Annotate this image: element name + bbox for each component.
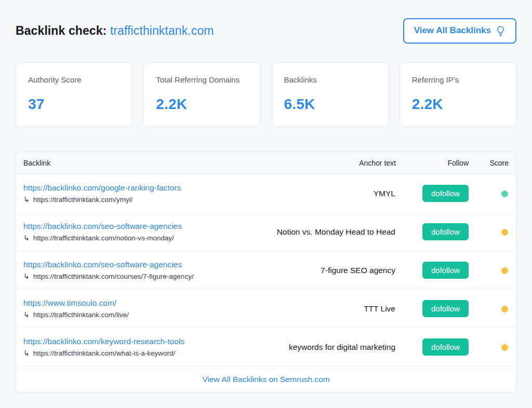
page-title: Backlink check: trafficthinktank.com <box>16 24 214 38</box>
table-footer: View All Backlinks on Semrush.com <box>16 366 516 392</box>
anchor-text-cell: TTT Live <box>240 304 396 314</box>
page-title-domain[interactable]: trafficthinktank.com <box>110 24 214 37</box>
score-dot <box>501 306 508 312</box>
score-dot <box>501 229 508 236</box>
score-cell <box>469 227 509 237</box>
stat-card: Total Referring Domains 2.2K <box>143 62 260 127</box>
column-header-score: Score <box>469 159 509 167</box>
target-url-line: ↳ https://trafficthinktank.com/notion-vs… <box>23 234 240 242</box>
dofollow-badge: dofollow <box>422 300 469 317</box>
backlink-cell: https://backlinko.com/keyword-research-t… <box>23 337 240 357</box>
target-url-text: https://trafficthinktank.com/notion-vs-m… <box>33 234 174 242</box>
source-url-link[interactable]: https://backlinko.com/seo-software-agenc… <box>23 222 240 231</box>
stat-value: 2.2K <box>412 96 504 113</box>
source-url-link[interactable]: https://backlinko.com/google-ranking-fac… <box>23 183 240 193</box>
stat-card: Authority Score 37 <box>16 62 132 127</box>
column-header-backlink: Backlink <box>23 159 240 167</box>
target-url-line: ↳ https://trafficthinktank.com/live/ <box>23 310 240 319</box>
stat-value: 2.2K <box>156 96 248 113</box>
stat-card: Referring IP's 2.2K <box>400 62 516 127</box>
target-url-line: ↳ https://trafficthinktank.com/what-is-a… <box>23 349 240 357</box>
redirect-arrow-icon: ↳ <box>23 272 30 280</box>
score-cell <box>469 343 509 352</box>
score-cell <box>469 266 509 275</box>
follow-cell: dofollow <box>396 185 469 202</box>
lightbulb-icon <box>496 25 506 36</box>
target-url-line: ↳ https://trafficthinktank.com/courses/7… <box>23 272 240 280</box>
dofollow-badge: dofollow <box>422 338 469 356</box>
stat-card: Backlinks 6.5K <box>272 62 389 127</box>
table-row: https://www.timsoulo.com/ ↳ https://traf… <box>16 290 516 328</box>
table-row: https://backlinko.com/google-ranking-fac… <box>16 174 516 213</box>
column-header-follow: Follow <box>396 159 469 167</box>
follow-cell: dofollow <box>396 300 469 317</box>
view-all-backlinks-button-label: View All Backlinks <box>414 25 491 36</box>
header: Backlink check: trafficthinktank.com Vie… <box>16 17 516 44</box>
backlinks-table: Backlink Anchor text Follow Score https:… <box>16 152 516 393</box>
source-url-link[interactable]: https://backlinko.com/keyword-research-t… <box>23 337 240 346</box>
anchor-text-cell: keywords for digital marketing <box>240 343 396 352</box>
target-url-text: https://trafficthinktank.com/what-is-a-k… <box>33 349 176 357</box>
stat-value: 6.5K <box>284 96 376 113</box>
redirect-arrow-icon: ↳ <box>23 349 30 357</box>
table-row: https://backlinko.com/keyword-research-t… <box>16 328 516 366</box>
dofollow-badge: dofollow <box>422 185 469 202</box>
score-dot <box>501 267 508 274</box>
dofollow-badge: dofollow <box>422 262 469 279</box>
view-all-backlinks-semrush-link[interactable]: View All Backlinks on Semrush.com <box>202 375 329 384</box>
stats-row: Authority Score 37 Total Referring Domai… <box>16 62 516 127</box>
table-header-row: Backlink Anchor text Follow Score <box>16 152 516 174</box>
backlink-cell: https://backlinko.com/google-ranking-fac… <box>23 183 240 203</box>
follow-cell: dofollow <box>396 262 469 279</box>
score-dot <box>501 191 508 197</box>
redirect-arrow-icon: ↳ <box>23 234 30 242</box>
score-cell <box>469 304 509 314</box>
view-all-backlinks-button[interactable]: View All Backlinks <box>403 18 516 44</box>
anchor-text-cell: Notion vs. Monday Head to Head <box>240 227 396 237</box>
anchor-text-cell: YMYL <box>240 189 396 198</box>
target-url-line: ↳ https://trafficthinktank.com/ymyl/ <box>23 195 240 203</box>
table-body: https://backlinko.com/google-ranking-fac… <box>16 174 516 366</box>
stat-label: Backlinks <box>284 75 376 96</box>
follow-cell: dofollow <box>396 223 469 240</box>
target-url-text: https://trafficthinktank.com/courses/7-f… <box>33 273 194 280</box>
stat-label: Authority Score <box>28 75 120 96</box>
target-url-text: https://trafficthinktank.com/live/ <box>33 311 129 319</box>
follow-cell: dofollow <box>396 338 469 356</box>
stat-value: 37 <box>28 96 120 113</box>
column-header-anchor-text: Anchor text <box>240 159 396 167</box>
target-url-text: https://trafficthinktank.com/ymyl/ <box>33 196 133 203</box>
source-url-link[interactable]: https://backlinko.com/seo-software-agenc… <box>23 260 240 269</box>
score-cell <box>469 189 509 198</box>
redirect-arrow-icon: ↳ <box>23 310 30 319</box>
page-title-label: Backlink check: <box>16 24 107 37</box>
redirect-arrow-icon: ↳ <box>23 195 30 203</box>
backlink-check-widget: Backlink check: trafficthinktank.com Vie… <box>0 0 532 393</box>
source-url-link[interactable]: https://www.timsoulo.com/ <box>23 298 240 308</box>
stat-label: Referring IP's <box>412 75 504 96</box>
backlink-cell: https://backlinko.com/seo-software-agenc… <box>23 222 240 242</box>
table-row: https://backlinko.com/seo-software-agenc… <box>16 213 516 251</box>
dofollow-badge: dofollow <box>422 223 469 240</box>
table-row: https://backlinko.com/seo-software-agenc… <box>16 251 516 290</box>
backlink-cell: https://backlinko.com/seo-software-agenc… <box>23 260 240 280</box>
backlink-cell: https://www.timsoulo.com/ ↳ https://traf… <box>23 298 240 319</box>
stat-label: Total Referring Domains <box>156 75 248 96</box>
anchor-text-cell: 7-figure SEO agency <box>240 266 396 275</box>
score-dot <box>501 344 508 351</box>
